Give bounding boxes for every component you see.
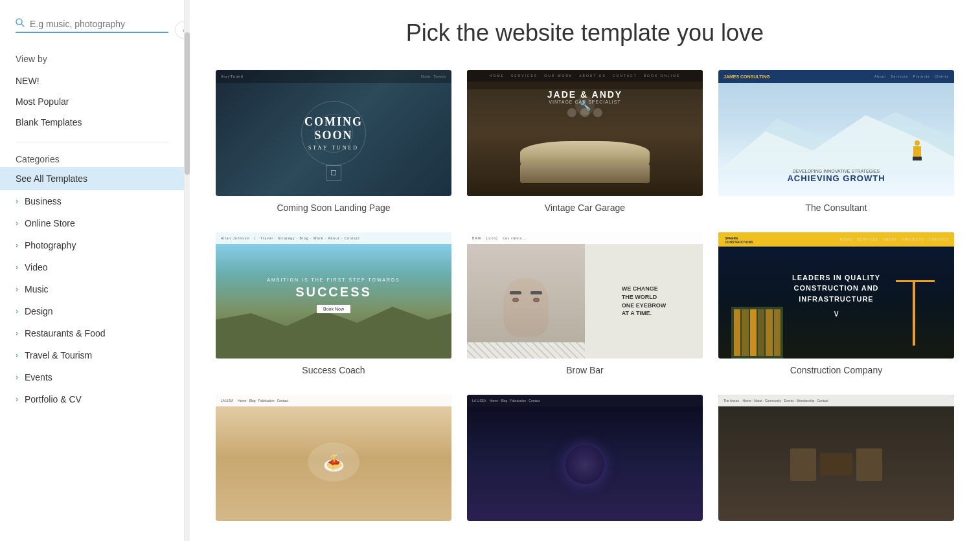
right-content: WE CHANGETHE WORLDONE EYEBROWAT A TIME. — [585, 244, 703, 359]
cliff — [216, 307, 451, 359]
sidebar-item-video[interactable]: › Video — [0, 256, 184, 278]
overlay-text: LEADERS IN QUALITYCONSTRUCTION ANDINFRAS… — [792, 272, 880, 319]
template-card-brow-bar[interactable]: BRW [icon] nav items... WE CHANGETHE WOR… — [467, 232, 703, 375]
crane-arm — [896, 280, 935, 282]
search-input[interactable] — [30, 19, 168, 29]
template-card-space[interactable]: LA LISEA Home · Blog · Fabrication · Con… — [467, 395, 703, 527]
logo-box: SPHERE CONSTRUCTIONS — [724, 235, 756, 244]
chevron-right-icon: › — [16, 241, 18, 250]
template-name: Coming Soon Landing Page — [216, 203, 451, 213]
nav-bar: LA LIISA Home · Blog · Fabrication · Con… — [216, 395, 451, 406]
sidebar-item-music[interactable]: › Music — [0, 278, 184, 300]
sidebar-item-business[interactable]: › Business — [0, 190, 184, 212]
develop-text: DEVELOPING INNOVATIVE STRATEGIES — [718, 169, 954, 173]
chevron-down-icon: ∨ — [792, 308, 880, 318]
template-thumbnail-brow: BRW [icon] nav items... WE CHANGETHE WOR… — [467, 232, 703, 359]
sidebar-item-label: Travel & Tourism — [25, 350, 92, 360]
thumb-nav-bar: StayTuned Home Tuesday — [216, 70, 451, 83]
stripes — [467, 342, 585, 359]
brow-text: WE CHANGETHE WORLDONE EYEBROWAT A TIME. — [622, 285, 667, 317]
templates-grid: StayTuned Home Tuesday COMINGSOON STAY T… — [216, 70, 954, 527]
book-now-btn[interactable]: Book Now — [317, 305, 350, 313]
achieve-text: ACHIEVING GROWTH — [718, 173, 954, 183]
thumb-inner-box — [331, 170, 336, 175]
sidebar-divider — [16, 142, 168, 142]
sidebar: ‹ View by NEW! Most Popular Blank Templa… — [0, 0, 185, 541]
chevron-right-icon: › — [16, 197, 18, 206]
template-card-vintage-car[interactable]: HOME SERVICES OUR WORK ABOUT US CONTACT … — [467, 70, 703, 213]
sidebar-item-photography[interactable]: › Photography — [0, 234, 184, 256]
chevron-right-icon: › — [16, 219, 18, 228]
sidebar-item-travel-tourism[interactable]: › Travel & Tourism — [0, 344, 184, 366]
sidebar-item-online-store[interactable]: › Online Store — [0, 212, 184, 234]
sidebar-item-label: Restaurants & Food — [25, 328, 106, 338]
space-content — [467, 408, 703, 521]
search-section — [0, 0, 184, 43]
template-name: Vintage Car Garage — [467, 203, 703, 213]
social-icon — [567, 108, 576, 117]
sidebar-item-label: Events — [25, 372, 52, 382]
sidebar-item-label: Music — [25, 284, 49, 294]
template-card-construction[interactable]: SPHERE CONSTRUCTIONS HOME SERVICES ABOUT… — [718, 232, 954, 375]
view-by-label: View by — [16, 54, 168, 64]
template-name: Construction Company — [718, 365, 954, 375]
car-body — [520, 164, 650, 183]
template-card-food[interactable]: LA LIISA Home · Blog · Fabrication · Con… — [216, 395, 451, 527]
template-thumbnail-coming-soon: StayTuned Home Tuesday COMINGSOON STAY T… — [216, 70, 451, 196]
chevron-right-icon: › — [16, 285, 18, 294]
legs — [913, 157, 922, 160]
sidebar-item-blank-templates[interactable]: Blank Templates — [16, 112, 168, 133]
eye-left — [512, 298, 519, 302]
mountain — [718, 105, 954, 170]
circle-decoration-inner — [314, 114, 353, 153]
template-card-coming-soon[interactable]: StayTuned Home Tuesday COMINGSOON STAY T… — [216, 70, 451, 213]
template-card-consultant[interactable]: JAMES CONSULTING About Services Projects… — [718, 70, 954, 213]
category-list: › Business › Online Store › Photography … — [0, 190, 184, 410]
window — [766, 309, 772, 356]
head — [915, 140, 920, 146]
sidebar-item-events[interactable]: › Events — [0, 366, 184, 388]
sidebar-item-label: Design — [25, 306, 53, 316]
template-thumbnail-food: LA LIISA Home · Blog · Fabrication · Con… — [216, 395, 451, 521]
template-card-success-coach[interactable]: Allan Johnson | Travel · Strategy · Blog… — [216, 232, 451, 375]
building — [731, 307, 783, 359]
window — [734, 309, 740, 356]
sidebar-item-new[interactable]: NEW! — [16, 71, 168, 91]
crane-mast — [913, 281, 915, 346]
scrollbar-track[interactable] — [185, 0, 190, 541]
overlay-text: AMBITION IS THE FIRST STEP TOWARDS SUCCE… — [267, 278, 400, 313]
plate: 🍝 — [308, 443, 359, 481]
template-name: Brow Bar — [467, 365, 703, 375]
see-all-templates-button[interactable]: See All Templates — [0, 167, 184, 190]
categories-label: Categories — [0, 149, 184, 167]
person-icon — [913, 140, 922, 160]
logo-nav: The Annex Home · About · Community · Eve… — [724, 399, 828, 403]
nav-bar: LA LISEA Home · Blog · Fabrication · Con… — [467, 395, 703, 406]
template-thumbnail-consultant: JAMES CONSULTING About Services Projects… — [718, 70, 954, 196]
chevron-right-icon: › — [16, 351, 18, 360]
thumb-nav-bar: Allan Johnson | Travel · Strategy · Blog… — [216, 232, 451, 244]
template-card-interior[interactable]: The Annex Home · About · Community · Eve… — [718, 395, 954, 527]
scrollbar-thumb[interactable] — [185, 32, 190, 175]
sidebar-item-label: Photography — [25, 240, 76, 250]
nav-bar: The Annex Home · About · Community · Eve… — [718, 395, 954, 406]
thumb-nav-bar: SPHERE CONSTRUCTIONS HOME SERVICES ABOUT… — [718, 232, 954, 247]
thumb-icon-box — [326, 165, 341, 181]
bottom-text-block: DEVELOPING INNOVATIVE STRATEGIES ACHIEVI… — [718, 169, 954, 183]
sidebar-item-restaurants-food[interactable]: › Restaurants & Food — [0, 322, 184, 344]
template-name: The Consultant — [718, 203, 954, 213]
template-thumbnail-interior: The Annex Home · About · Community · Eve… — [718, 395, 954, 521]
sidebar-item-most-popular[interactable]: Most Popular — [16, 91, 168, 112]
search-wrapper — [16, 18, 168, 33]
page-title: Pick the website template you love — [216, 19, 954, 47]
sidebar-item-portfolio-cv[interactable]: › Portfolio & CV — [0, 388, 184, 410]
sidebar-item-design[interactable]: › Design — [0, 300, 184, 322]
social-icon — [593, 108, 602, 117]
model-photo — [467, 244, 585, 359]
eye-right — [533, 298, 540, 302]
chevron-right-icon: › — [16, 329, 18, 338]
eyebrow-left — [510, 291, 521, 294]
main-content: Pick the website template you love StayT… — [190, 0, 980, 541]
sidebar-item-label: Business — [25, 196, 62, 206]
chevron-right-icon: › — [16, 373, 18, 382]
